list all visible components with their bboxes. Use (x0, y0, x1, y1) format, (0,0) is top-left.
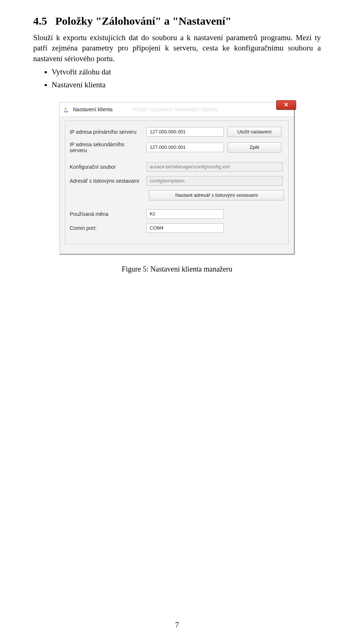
section-title-text: Položky "Zálohování" a "Nastavení" (55, 15, 232, 27)
set-templates-dir-button[interactable]: Nastavit adresář s tiskovými sestavami (149, 190, 284, 200)
ip-secondary-input[interactable]: 127.000.000.001 (146, 143, 224, 152)
config-file-label: Konfigurační soubor (70, 164, 143, 170)
save-settings-button[interactable]: Uložit nastavení (228, 127, 281, 137)
close-icon (284, 102, 289, 108)
currency-label: Používaná měna (70, 211, 143, 217)
dialog-title: Nastavení klienta (73, 106, 112, 112)
dialog-frame: IP adresa primárního serveru 127.000.000… (65, 120, 289, 244)
row-currency: Používaná měna Kč (70, 209, 284, 219)
section-number: 4.5 (33, 15, 47, 27)
comm-port-input[interactable]: COM4 (146, 223, 224, 233)
row-ip-secondary: IP adresa sekundárního serveru 127.000.0… (70, 141, 284, 153)
page-number: 7 (0, 621, 354, 629)
list-item: Nastavení klienta (52, 80, 321, 90)
comm-port-label: Comm port: (70, 225, 143, 231)
currency-input[interactable]: Kč (146, 209, 224, 219)
bullet-list: Vytvořit zálohu dat Nastavení klienta (33, 67, 321, 90)
templates-dir-field: config\templates (146, 176, 283, 186)
list-item: Vytvořit zálohu dat (52, 67, 321, 77)
figure-caption: Figure 5: Nastavení klienta manažeru (33, 265, 321, 273)
back-button[interactable]: Zpět (228, 142, 281, 153)
ip-primary-input[interactable]: 127.000.000.001 (146, 127, 224, 137)
row-config-file: Konfigurační soubor aurace-bin\Manager\c… (70, 162, 284, 172)
config-file-field: aurace-bin\Manager\config\config.xml (146, 162, 283, 172)
figure: Nastavení klienta Přidat nastavení Nasta… (33, 102, 321, 273)
titlebar-blur-text: Přidat nastavení Nastavení klienta (133, 106, 217, 112)
row-comm-port: Comm port: COM4 (70, 223, 284, 233)
close-button[interactable] (276, 100, 296, 110)
ip-primary-label: IP adresa primárního serveru (70, 129, 143, 135)
dialog-titlebar: Nastavení klienta Přidat nastavení Nasta… (60, 102, 294, 117)
dialog-body: IP adresa primárního serveru 127.000.000… (60, 117, 294, 254)
ip-secondary-label: IP adresa sekundárního serveru (70, 141, 143, 153)
row-templates-dir: Adresář s tiskovými sestavami config\tem… (70, 176, 284, 186)
section-paragraph: Slouží k exportu existujících dat do sou… (33, 32, 321, 64)
templates-dir-label: Adresář s tiskovými sestavami (70, 178, 143, 184)
row-ip-primary: IP adresa primárního serveru 127.000.000… (70, 127, 284, 137)
row-set-dir: Nastavit adresář s tiskovými sestavami (70, 190, 284, 200)
java-icon (63, 106, 69, 113)
section-heading: 4.5 Položky "Zálohování" a "Nastavení" (33, 15, 321, 27)
settings-dialog: Nastavení klienta Přidat nastavení Nasta… (59, 102, 295, 255)
